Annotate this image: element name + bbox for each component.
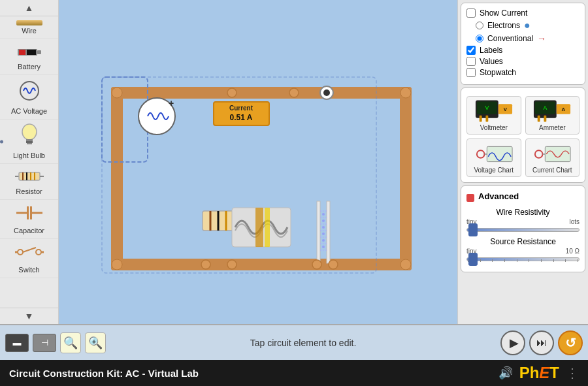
play-icon: ▶ <box>510 336 519 350</box>
values-checkbox[interactable] <box>466 57 476 66</box>
svg-rect-52 <box>327 201 330 263</box>
menu-dots-icon[interactable]: ⋮ <box>566 365 579 381</box>
svg-point-86 <box>477 150 485 158</box>
sidebar-label-resistor: Resistor <box>16 187 42 195</box>
toolbar-row: ▬ ⊣ 🔍 🔍+ Tap circuit element to edit. ▶ … <box>0 324 588 360</box>
svg-point-60 <box>322 213 325 216</box>
footer-title: Circuit Construction Kit: AC - Virtual L… <box>9 368 199 379</box>
circuit-canvas[interactable]: + Current 0.51 A <box>59 0 457 324</box>
voltage-chart-icon <box>474 142 514 165</box>
conventional-arrow-icon: → <box>537 33 546 44</box>
sidebar-item-resistor[interactable]: Resistor <box>0 164 58 200</box>
sidebar-label-switch: Switch <box>18 266 39 274</box>
labels-row[interactable]: Labels <box>466 46 580 55</box>
refresh-button[interactable]: ↺ <box>558 330 583 355</box>
electrons-radio[interactable] <box>476 22 483 29</box>
ammeter-icon: A A <box>532 99 572 123</box>
values-row[interactable]: Values <box>466 57 580 66</box>
svg-rect-26 <box>111 259 412 270</box>
labels-checkbox[interactable] <box>466 46 476 55</box>
svg-point-20 <box>18 249 23 255</box>
zoom-out-icon: 🔍 <box>63 336 78 350</box>
svg-point-64 <box>322 239 325 242</box>
switch-icon <box>15 243 44 265</box>
segment-btn-1[interactable]: ▬ <box>5 334 29 352</box>
svg-rect-2 <box>27 50 36 55</box>
sound-icon[interactable]: 🔊 <box>498 366 513 380</box>
electrons-label: Electrons <box>487 21 520 30</box>
play-button[interactable]: ▶ <box>500 330 525 355</box>
svg-rect-17 <box>27 206 29 219</box>
sidebar-item-capacitor[interactable]: Capacitor <box>0 200 58 239</box>
wire-resistivity-title: Wire Resistivity <box>466 208 580 217</box>
conventional-label: Conventional <box>487 34 533 43</box>
wire-resistivity-section: Wire Resistivity tiny lots <box>466 208 580 232</box>
svg-point-62 <box>322 226 325 229</box>
source-resistance-section: Source Resistance tiny 10 Ω <box>466 237 580 261</box>
right-panel: Show Current Electrons ● Conventional → … <box>457 0 588 324</box>
sidebar-item-switch[interactable]: Switch <box>0 239 58 278</box>
electrons-row[interactable]: Electrons ● <box>476 20 580 31</box>
show-current-label: Show Current <box>480 8 527 18</box>
circuit-svg: + Current 0.51 A <box>59 0 457 324</box>
voltage-chart-label: Voltage Chart <box>474 167 514 174</box>
svg-rect-10 <box>19 172 40 180</box>
sidebar-label-ac-voltage: AC Voltage <box>11 107 47 115</box>
footer-right: 🔊 PhET ⋮ <box>498 364 579 382</box>
svg-point-67 <box>289 88 299 97</box>
svg-point-66 <box>227 88 237 97</box>
step-button[interactable]: ⏭ <box>529 330 554 355</box>
conventional-row[interactable]: Conventional → <box>476 33 580 44</box>
svg-rect-51 <box>317 201 320 263</box>
advanced-dot-icon <box>466 194 474 202</box>
svg-text:0.51 A: 0.51 A <box>230 113 253 122</box>
show-current-row[interactable]: Show Current <box>466 8 580 18</box>
stopwatch-checkbox[interactable] <box>466 68 476 77</box>
sidebar-label-capacitor: Capacitor <box>14 227 44 234</box>
zoom-out-button[interactable]: 🔍 <box>60 332 81 353</box>
zoom-in-button[interactable]: 🔍+ <box>85 332 106 353</box>
advanced-header: Advanced <box>466 191 580 204</box>
sidebar-label-battery: Battery <box>18 63 41 71</box>
current-chart-icon <box>532 142 572 165</box>
footer-bar: Circuit Construction Kit: AC - Virtual L… <box>0 360 588 386</box>
values-label: Values <box>480 57 503 66</box>
capacitor-icon <box>16 204 42 225</box>
sidebar-scroll-up[interactable]: ▲ <box>0 0 58 16</box>
sidebar-scroll-down[interactable]: ▼ <box>0 308 58 324</box>
conventional-radio[interactable] <box>476 35 483 42</box>
svg-text:A: A <box>562 106 566 112</box>
svg-point-21 <box>36 249 41 255</box>
playback-controls: ▶ ⏭ ↺ <box>500 330 583 355</box>
svg-point-32 <box>400 259 411 270</box>
sidebar-item-ac-voltage[interactable]: AC Voltage <box>0 75 58 120</box>
voltmeter-item[interactable]: V V Voltmeter <box>466 96 521 135</box>
svg-point-4 <box>20 82 39 100</box>
current-chart-item[interactable]: Current Chart <box>525 138 580 177</box>
svg-rect-3 <box>37 50 41 54</box>
stopwatch-row[interactable]: Stopwatch <box>466 68 580 77</box>
svg-rect-76 <box>485 116 488 122</box>
svg-point-71 <box>201 260 210 269</box>
svg-rect-83 <box>544 116 547 122</box>
show-current-checkbox[interactable] <box>466 8 476 18</box>
ammeter-item[interactable]: A A Ammeter <box>525 96 580 135</box>
sidebar-item-battery[interactable]: Battery <box>0 39 58 75</box>
resistor-icon <box>15 168 44 186</box>
voltage-chart-item[interactable]: Voltage Chart <box>466 138 521 177</box>
battery-icon <box>16 43 42 61</box>
svg-rect-91 <box>546 146 571 161</box>
svg-rect-1 <box>19 50 25 55</box>
instruments-grid: V V Voltmeter <box>466 96 580 177</box>
segment-btn-2[interactable]: ⊣ <box>33 334 56 352</box>
svg-point-29 <box>112 88 122 98</box>
svg-point-69 <box>312 260 321 269</box>
svg-rect-7 <box>26 141 33 143</box>
current-chart-label: Current Chart <box>532 167 572 174</box>
source-resistance-title: Source Resistance <box>466 237 580 246</box>
electron-dot-icon: ● <box>524 20 531 31</box>
sidebar-item-wire[interactable]: Wire <box>0 16 58 39</box>
svg-rect-25 <box>111 87 412 99</box>
svg-point-61 <box>322 219 325 222</box>
sidebar-item-light-bulb[interactable]: Light Bulb <box>0 120 58 164</box>
